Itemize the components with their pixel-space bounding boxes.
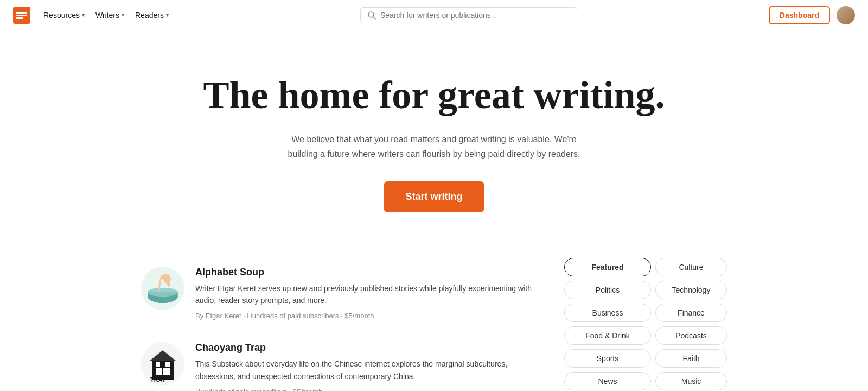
pub-meta: By Etgar Keret · Hundreds of paid subscr… [195, 312, 542, 320]
category-finance[interactable]: Finance [655, 304, 727, 322]
category-business[interactable]: Business [564, 304, 651, 322]
pub-logo-chaoyang-trap: TRAP [141, 342, 184, 386]
category-sports[interactable]: Sports [564, 349, 651, 368]
publications-list: Alphabet Soup Writer Etgar Keret serves … [141, 256, 542, 391]
svg-point-7 [164, 274, 167, 276]
chevron-down-icon: ▾ [122, 12, 124, 18]
chevron-down-icon: ▾ [166, 12, 169, 18]
navbar: Resources ▾ Writers ▾ Readers ▾ Dashboar… [0, 0, 868, 30]
svg-point-6 [162, 275, 164, 277]
category-music[interactable]: Music [655, 372, 727, 390]
pub-name: Chaoyang Trap [195, 342, 542, 354]
pub-info-alphabet-soup: Alphabet Soup Writer Etgar Keret serves … [195, 267, 542, 320]
chaoyang-trap-illustration: TRAP [144, 345, 182, 383]
start-writing-button[interactable]: Start writing [384, 181, 484, 212]
category-technology[interactable]: Technology [655, 281, 727, 299]
category-food-drink[interactable]: Food & Drink [564, 326, 651, 345]
pub-description: Writer Etgar Keret serves up new and pre… [195, 282, 542, 307]
category-news[interactable]: News [564, 372, 651, 390]
list-item: TRAP Chaoyang Trap This Substack about e… [141, 331, 542, 391]
svg-rect-13 [156, 362, 160, 367]
list-item: Alphabet Soup Writer Etgar Keret serves … [141, 256, 542, 332]
svg-point-5 [148, 288, 178, 297]
pub-name: Alphabet Soup [195, 267, 542, 278]
svg-line-2 [373, 17, 375, 19]
main-content: Alphabet Soup Writer Etgar Keret serves … [108, 245, 760, 391]
svg-rect-12 [163, 368, 170, 375]
categories-panel: Featured Culture Politics Technology Bus… [564, 256, 727, 391]
svg-rect-14 [165, 362, 170, 367]
svg-point-8 [167, 275, 169, 277]
nav-resources[interactable]: Resources ▾ [43, 11, 85, 20]
hero-subtitle: We believe that what you read matters an… [282, 132, 586, 161]
category-grid: Featured Culture Politics Technology Bus… [564, 258, 727, 391]
avatar-image [837, 6, 855, 24]
category-featured[interactable]: Featured [564, 258, 651, 276]
search-input[interactable] [380, 11, 570, 20]
svg-rect-11 [156, 368, 162, 375]
category-faith[interactable]: Faith [655, 349, 727, 368]
nav-left: Resources ▾ Writers ▾ Readers ▾ [13, 7, 169, 24]
dashboard-button[interactable]: Dashboard [769, 6, 830, 24]
hero-section: The home for great writing. We believe t… [190, 30, 678, 245]
nav-menu: Resources ▾ Writers ▾ Readers ▾ [43, 11, 169, 20]
search-icon [367, 11, 376, 20]
search-bar[interactable] [360, 7, 577, 23]
category-podcasts[interactable]: Podcasts [655, 326, 727, 345]
hero-title: The home for great writing. [203, 74, 665, 117]
pub-info-chaoyang-trap: Chaoyang Trap This Substack about everyd… [195, 342, 542, 391]
chevron-down-icon: ▾ [82, 12, 85, 18]
nav-readers[interactable]: Readers ▾ [135, 11, 169, 20]
pub-description: This Substack about everyday life on the… [195, 358, 542, 382]
pub-meta: Hundreds of paid subscribers · $5/month [195, 388, 542, 391]
category-culture[interactable]: Culture [655, 258, 727, 276]
nav-right: Dashboard [769, 6, 855, 24]
avatar[interactable] [837, 6, 855, 24]
alphabet-soup-illustration [144, 269, 182, 307]
nav-writers[interactable]: Writers ▾ [95, 11, 124, 20]
pub-logo-alphabet-soup [141, 267, 184, 310]
category-politics[interactable]: Politics [564, 281, 651, 299]
svg-marker-10 [149, 350, 176, 361]
substack-logo[interactable] [13, 7, 30, 24]
svg-text:TRAP: TRAP [150, 376, 167, 383]
